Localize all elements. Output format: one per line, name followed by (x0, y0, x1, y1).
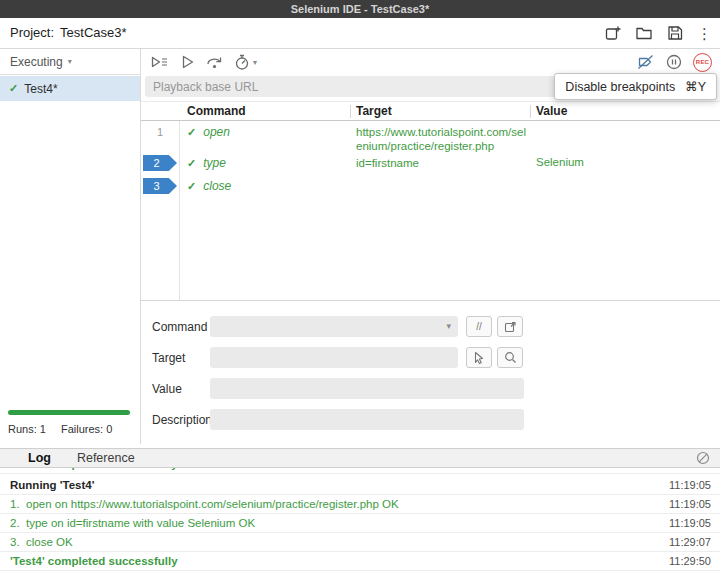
commands-table-header: Command Target Value (141, 101, 720, 121)
command-row-3[interactable]: 3 ✓ close (141, 175, 720, 198)
folder-icon (635, 24, 653, 42)
command-row-2[interactable]: 2 ✓ type id=firstname Selenium (141, 152, 720, 175)
select-target-button[interactable] (466, 347, 492, 368)
command-name: open (203, 125, 230, 139)
run-stats: Runs: 1 Failures: 0 (8, 423, 112, 435)
step-over-icon (205, 53, 224, 71)
log-entry: 3. close OK 11:29:07 (0, 533, 720, 552)
execution-speed-button[interactable]: ▾ (233, 53, 257, 71)
tab-log[interactable]: Log (28, 451, 51, 465)
new-test-button[interactable] (604, 24, 622, 42)
step-passed-icon: ✓ (187, 126, 196, 139)
tooltip-shortcut: ⌘Y (685, 79, 706, 94)
chevron-down-icon: ▾ (253, 58, 257, 67)
table-bottom-divider (141, 300, 720, 301)
project-header: Project:TestCase3* ⋮ (0, 18, 720, 48)
column-separator (350, 105, 351, 118)
command-cell: ✓ close (187, 175, 231, 197)
open-window-icon (504, 321, 517, 333)
play-icon (178, 53, 196, 71)
tab-reference[interactable]: Reference (77, 451, 135, 465)
value-field-label: Value (152, 378, 182, 400)
runs-count: Runs: 1 (8, 423, 46, 435)
sidebar-view-label: Executing (10, 55, 63, 69)
log-entry: 1. open on https://www.tutorialspoint.co… (0, 495, 720, 514)
command-cell: ✓ type (187, 152, 226, 174)
chevron-down-icon: ▾ (446, 322, 451, 331)
pointer-icon (473, 351, 485, 364)
run-progress-bar (8, 410, 130, 415)
project-title: Project:TestCase3* (10, 18, 127, 48)
log-entry: 2. type on id=firstname with value Selen… (0, 514, 720, 533)
sidebar-item-test4[interactable]: ✓ Test4* (0, 76, 140, 101)
description-field-label: Description (152, 409, 212, 431)
run-all-icon (149, 53, 169, 71)
value-cell: Selenium (536, 156, 706, 168)
playback-toolbar: ▾ REC (141, 49, 720, 75)
breakpoint-badge[interactable]: 2 (143, 155, 177, 171)
row-number[interactable]: 1 (141, 121, 179, 143)
pause-on-exceptions-button[interactable] (665, 53, 683, 71)
project-label: Project: (10, 25, 54, 40)
column-target: Target (356, 102, 392, 121)
clear-log-icon (696, 451, 710, 465)
column-separator (530, 105, 531, 118)
target-input[interactable] (210, 347, 458, 368)
disable-breakpoints-button[interactable] (636, 53, 655, 71)
run-all-tests-button[interactable] (149, 53, 169, 71)
stopwatch-icon (233, 53, 251, 71)
tooltip-text: Disable breakpoints (565, 80, 675, 94)
save-icon (666, 24, 684, 42)
clear-log-button[interactable] (696, 451, 710, 465)
step-over-button[interactable] (205, 53, 224, 71)
test-name: Test4* (24, 82, 57, 96)
search-icon (504, 351, 517, 364)
bottom-panel-tabbar: Log Reference (0, 448, 720, 468)
more-menu-button[interactable]: ⋮ (697, 26, 712, 41)
project-name: TestCase3* (60, 25, 126, 40)
save-project-button[interactable] (666, 24, 684, 42)
target-cell: id=firstname (356, 156, 530, 170)
command-name: close (203, 179, 231, 193)
command-field-label: Command (152, 316, 207, 338)
target-cell: https://www.tutorialspoint.com/selenium/… (356, 125, 530, 153)
failures-count: Failures: 0 (61, 423, 112, 435)
command-cell: ✓ open (187, 121, 230, 143)
kebab-menu-icon: ⋮ (697, 26, 712, 41)
breakpoint-badge[interactable]: 3 (143, 178, 177, 194)
step-passed-icon: ✓ (187, 180, 196, 193)
column-command: Command (187, 102, 246, 121)
command-select[interactable]: ▾ (210, 316, 458, 337)
window-title: Selenium IDE - TestCase3* (291, 3, 430, 15)
value-input[interactable] (210, 378, 524, 399)
rec-label: REC (696, 59, 709, 65)
disable-breakpoints-icon (636, 53, 655, 71)
sidebar-view-dropdown[interactable]: Executing ▾ (0, 49, 140, 75)
run-current-test-button[interactable] (178, 53, 196, 71)
disable-breakpoints-tooltip: Disable breakpoints ⌘Y (554, 73, 717, 100)
open-project-button[interactable] (635, 24, 653, 42)
open-in-window-button[interactable] (497, 316, 523, 337)
comment-toggle-button[interactable]: // (466, 316, 492, 337)
chevron-down-icon: ▾ (68, 57, 72, 66)
log-entry: 'Test4' completed successfully 11:29:50 (0, 552, 720, 571)
command-name: type (203, 156, 226, 170)
column-value: Value (536, 102, 567, 121)
find-target-button[interactable] (497, 347, 523, 368)
new-file-icon (604, 24, 622, 42)
record-button[interactable]: REC (693, 53, 712, 72)
log-entry: Running 'Test4' 11:19:05 (0, 476, 720, 495)
pause-on-exceptions-icon (665, 53, 683, 71)
comment-icon: // (476, 321, 482, 332)
command-row-1[interactable]: 1 ✓ open https://www.tutorialspoint.com/… (141, 121, 720, 152)
test-passed-icon: ✓ (9, 82, 18, 95)
window-titlebar: Selenium IDE - TestCase3* (0, 0, 720, 18)
step-passed-icon: ✓ (187, 157, 196, 170)
description-input[interactable] (210, 409, 524, 430)
target-field-label: Target (152, 347, 185, 369)
